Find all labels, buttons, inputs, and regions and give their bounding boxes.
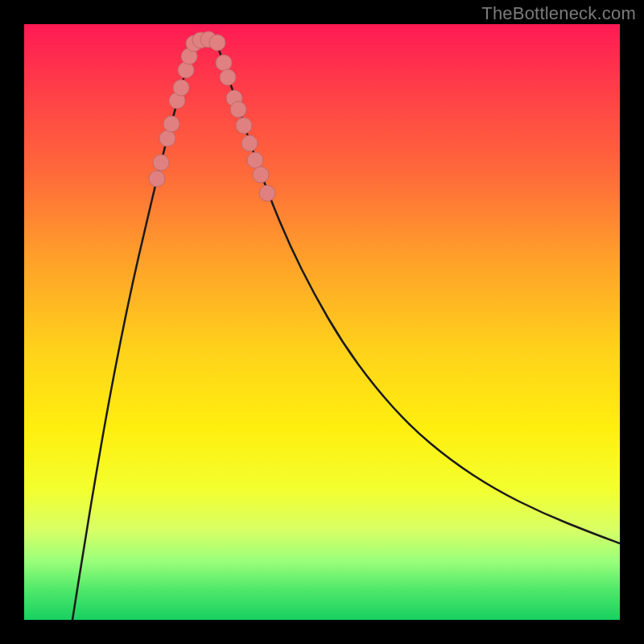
marker-left xyxy=(173,80,189,96)
marker-left xyxy=(163,116,180,132)
marker-right xyxy=(259,185,275,201)
marker-valley xyxy=(209,35,225,51)
chart-svg xyxy=(24,24,620,620)
marker-left xyxy=(159,130,175,147)
watermark-text: TheBottleneck.com xyxy=(481,3,636,24)
series-right-branch-curve xyxy=(216,42,620,543)
marker-right xyxy=(253,167,269,183)
plot-area xyxy=(24,24,620,620)
marker-right xyxy=(220,69,236,85)
marker-right xyxy=(247,152,263,168)
curves-group xyxy=(72,40,620,620)
marker-left xyxy=(153,155,169,171)
marker-right xyxy=(242,135,258,151)
marker-right xyxy=(216,55,232,71)
marker-right xyxy=(230,101,246,118)
marker-right xyxy=(236,118,252,134)
marker-left xyxy=(149,171,165,187)
markers-group xyxy=(149,31,275,201)
outer-frame: TheBottleneck.com xyxy=(0,0,644,644)
